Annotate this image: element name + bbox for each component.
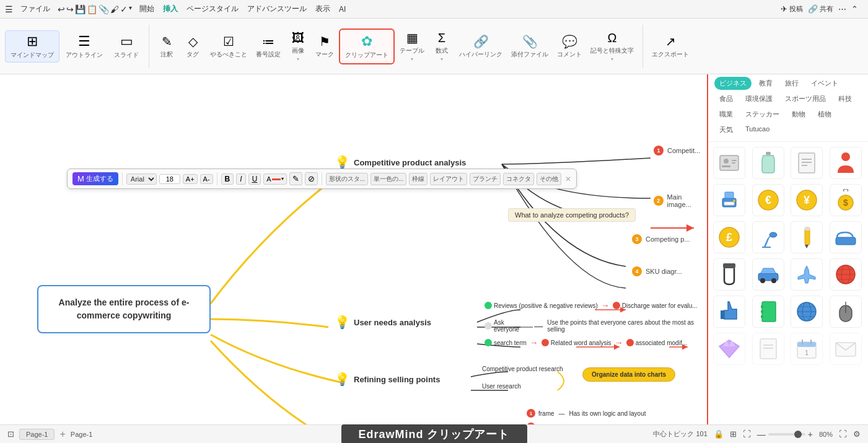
tag-tool[interactable]: ◇ タグ bbox=[180, 32, 205, 61]
font-increase-button[interactable]: A+ bbox=[183, 174, 198, 184]
mark-tool[interactable]: ⚑ マーク bbox=[312, 32, 338, 61]
clipart-id-card[interactable] bbox=[713, 147, 745, 179]
cat-sports[interactable]: スポーツ用品 bbox=[780, 92, 831, 105]
zoom-out-button[interactable]: — bbox=[757, 429, 766, 439]
menu-file[interactable]: ファイル bbox=[17, 2, 54, 15]
clipart-stapler[interactable] bbox=[830, 221, 862, 253]
redo-icon[interactable]: ↪ bbox=[66, 4, 74, 14]
more-options-button[interactable]: その他 bbox=[537, 173, 561, 185]
clipart-printer[interactable] bbox=[713, 184, 745, 216]
clipart-person[interactable] bbox=[830, 147, 862, 179]
pen-tool-button[interactable]: ✎ bbox=[289, 172, 302, 185]
menu-insert[interactable]: 挿入 bbox=[159, 2, 182, 15]
menu-start[interactable]: 開始 bbox=[136, 2, 158, 15]
clipart-pencil[interactable] bbox=[791, 221, 823, 253]
cat-tutucao[interactable]: Tutucao bbox=[740, 123, 774, 136]
menu-ai[interactable]: AI bbox=[335, 4, 349, 15]
add-page-button[interactable]: + bbox=[57, 429, 68, 440]
cat-plant[interactable]: 植物 bbox=[813, 108, 836, 121]
cat-weather[interactable]: 天気 bbox=[714, 123, 738, 136]
close-toolbar-icon[interactable]: ✕ bbox=[565, 175, 571, 183]
lock-icon[interactable]: 🔒 bbox=[714, 429, 724, 439]
single-color-button[interactable]: 単一色の... bbox=[370, 173, 406, 185]
underline-button[interactable]: U bbox=[248, 173, 261, 185]
more-menu-icon[interactable]: ⋯ bbox=[838, 4, 846, 14]
zoom-slider[interactable] bbox=[768, 433, 805, 436]
text-color-button[interactable]: A ▾ bbox=[263, 173, 286, 185]
branch-user-needs[interactable]: 💡 User needs analysis bbox=[335, 315, 431, 330]
attachment-tool[interactable]: 📎 添付ファイル bbox=[507, 32, 552, 61]
layout-button[interactable]: レイアウト bbox=[430, 173, 467, 185]
clipart-globe-red[interactable] bbox=[830, 258, 862, 291]
table-tool[interactable]: ▦ テーブル ▾ bbox=[396, 28, 428, 64]
zoom-in-button[interactable]: + bbox=[808, 429, 813, 439]
menu-view[interactable]: 表示 bbox=[312, 2, 334, 15]
zoom-level-label[interactable]: 80% bbox=[819, 431, 833, 438]
eraser-button[interactable]: ⊘ bbox=[305, 172, 318, 185]
clipart-notebook[interactable] bbox=[752, 296, 784, 328]
clipart-yen[interactable]: ¥ bbox=[791, 184, 823, 216]
todo-tool[interactable]: ☑ やるべきこと bbox=[206, 32, 251, 61]
font-selector[interactable]: Arial bbox=[126, 173, 157, 185]
competitive-what[interactable]: What to analyze competing products? bbox=[508, 208, 636, 222]
outline-tool[interactable]: ☰ アウトライン bbox=[61, 31, 108, 62]
numbering-tool[interactable]: ≔ 番号設定 bbox=[252, 32, 284, 61]
collapse-icon[interactable]: ⌃ bbox=[851, 4, 858, 14]
clipart-document2[interactable] bbox=[752, 333, 784, 365]
clipart-pound[interactable]: £ bbox=[713, 221, 745, 253]
image-tool[interactable]: 🖼 画像 ▾ bbox=[286, 29, 310, 64]
settings-icon[interactable]: ⚙ bbox=[853, 429, 861, 439]
check-icon[interactable]: ✓ bbox=[120, 4, 128, 14]
comment-tool[interactable]: 💬 コメント bbox=[553, 32, 585, 61]
central-node[interactable]: Analyze the entire process of e-commerce… bbox=[37, 285, 211, 333]
menu-advanced[interactable]: アドバンスツール bbox=[243, 2, 310, 15]
clipart-envelope[interactable] bbox=[830, 333, 862, 365]
connector-button[interactable]: コネクタ bbox=[503, 173, 534, 185]
slide-tool[interactable]: ▭ スライド bbox=[109, 31, 144, 62]
note-tool[interactable]: ✎ 注釈 bbox=[154, 32, 179, 61]
clipart-thumbsup[interactable] bbox=[713, 296, 745, 328]
clipart-euro[interactable]: € bbox=[752, 184, 784, 216]
clipart-money-bag[interactable]: $ bbox=[830, 184, 862, 216]
cat-occupation[interactable]: 職業 bbox=[714, 108, 738, 121]
copy-icon[interactable]: 📋 bbox=[87, 4, 97, 14]
cat-business[interactable]: ビジネス bbox=[714, 77, 752, 90]
post-button[interactable]: ✈ 投稿 bbox=[781, 4, 803, 14]
border-button[interactable]: 枠線 bbox=[409, 173, 427, 185]
fit-icon[interactable]: ⊡ bbox=[7, 429, 14, 439]
expand-icon[interactable]: ⛶ bbox=[839, 429, 847, 439]
shape-style-button[interactable]: 形状のスタ... bbox=[326, 173, 368, 185]
clipart-diamond[interactable] bbox=[713, 333, 745, 365]
clipart-globe-blue[interactable] bbox=[791, 296, 823, 328]
formula-tool[interactable]: Σ 数式 ▾ bbox=[429, 29, 454, 64]
collapse-sidebar-icon[interactable]: ☰ bbox=[5, 4, 13, 14]
clipart-binder-clip[interactable] bbox=[713, 258, 745, 291]
save-icon[interactable]: 💾 bbox=[75, 4, 85, 14]
clipart-mouse[interactable] bbox=[830, 296, 862, 328]
menu-pagestyle[interactable]: ページスタイル bbox=[183, 2, 242, 15]
paste-icon[interactable]: 📎 bbox=[99, 4, 109, 14]
clipart-car[interactable] bbox=[752, 258, 784, 291]
undo-icon[interactable]: ↩ bbox=[58, 4, 65, 14]
cat-animal[interactable]: 動物 bbox=[787, 108, 810, 121]
organize-data-box[interactable]: Organize data into charts bbox=[582, 367, 675, 382]
clipart-calendar[interactable]: 1 bbox=[791, 333, 823, 365]
mindmap-tool[interactable]: ⊞ マインドマップ bbox=[5, 30, 59, 63]
italic-button[interactable]: I bbox=[236, 173, 245, 185]
branch-competitive[interactable]: 💡 Competitive product analysis bbox=[335, 155, 466, 170]
cat-environment[interactable]: 環境保護 bbox=[740, 92, 778, 105]
cat-sticker[interactable]: ステッカー bbox=[740, 108, 784, 121]
format-icon[interactable]: 🖌 bbox=[110, 4, 119, 14]
cat-education[interactable]: 教育 bbox=[754, 77, 778, 90]
page-tab-1[interactable]: Page-1 bbox=[19, 429, 55, 440]
cat-tech[interactable]: 科技 bbox=[833, 92, 857, 105]
font-decrease-button[interactable]: A- bbox=[200, 174, 213, 184]
clipart-bottle[interactable] bbox=[752, 147, 784, 179]
cat-food[interactable]: 食品 bbox=[714, 92, 738, 105]
hyperlink-tool[interactable]: 🔗 ハイパーリンク bbox=[455, 32, 506, 61]
export-tool[interactable]: ↗ エクスポート bbox=[648, 32, 693, 61]
ai-generate-button[interactable]: M 生成する bbox=[72, 172, 118, 185]
special-char-tool[interactable]: Ω 記号と特殊文字 ▾ bbox=[587, 29, 638, 64]
clipart-desk-lamp[interactable] bbox=[752, 221, 784, 253]
font-size-input[interactable] bbox=[159, 174, 180, 184]
